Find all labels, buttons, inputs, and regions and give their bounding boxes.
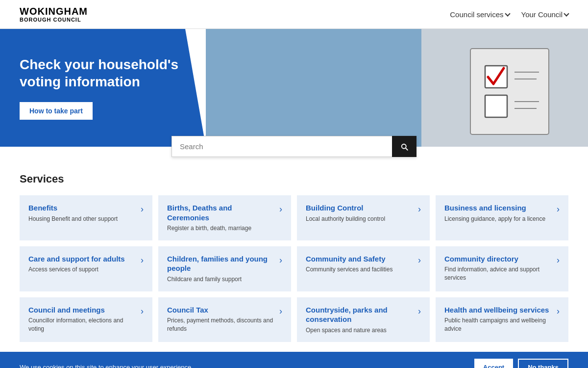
service-card-content: Council TaxPrices, payment methods, disc… bbox=[167, 305, 275, 333]
service-card-content: Countryside, parks and conservationOpen … bbox=[306, 305, 414, 335]
chevron-right-icon: › bbox=[279, 306, 282, 316]
svg-rect-3 bbox=[485, 95, 507, 117]
service-card-desc: Local authority building control bbox=[306, 215, 414, 223]
search-button[interactable] bbox=[392, 136, 416, 157]
service-card-title: Births, Deaths and Ceremonies bbox=[167, 203, 275, 222]
how-to-take-part-button[interactable]: How to take part bbox=[20, 102, 93, 120]
service-card-title: Building Control bbox=[306, 203, 414, 213]
cookie-bar: We use cookies on this site to enhance y… bbox=[0, 352, 588, 368]
svg-rect-1 bbox=[470, 49, 549, 134]
service-card-content: Health and wellbeing servicesPublic heal… bbox=[444, 305, 553, 333]
cookie-buttons: Accept No thanks bbox=[474, 359, 568, 368]
search-input[interactable] bbox=[172, 136, 392, 157]
nav-your-council[interactable]: Your Council bbox=[521, 10, 569, 19]
service-card[interactable]: Births, Deaths and CeremoniesRegister a … bbox=[158, 195, 291, 240]
service-card-title: Community directory bbox=[444, 254, 553, 264]
service-card-desc: Councillor information, elections and vo… bbox=[28, 316, 137, 333]
chevron-down-icon bbox=[564, 11, 569, 16]
service-card-desc: Find information, advice and support ser… bbox=[444, 265, 553, 282]
nav-council-services-label: Council services bbox=[450, 10, 503, 19]
hero-middle-panel bbox=[206, 29, 421, 147]
service-card-title: Countryside, parks and conservation bbox=[306, 305, 414, 324]
chevron-right-icon: › bbox=[418, 204, 421, 214]
service-card-title: Council and meetings bbox=[28, 305, 137, 315]
service-card-desc: Licensing guidance, apply for a licence bbox=[444, 215, 553, 223]
chevron-down-icon bbox=[505, 11, 510, 16]
search-container bbox=[0, 136, 588, 157]
chevron-right-icon: › bbox=[279, 204, 282, 214]
service-card-desc: Access services of support bbox=[28, 265, 137, 274]
service-card-title: Care and support for adults bbox=[28, 254, 137, 264]
chevron-right-icon: › bbox=[141, 306, 144, 316]
service-card[interactable]: Building ControlLocal authority building… bbox=[297, 195, 430, 240]
service-card-desc: Public health campaigns and wellbeing ad… bbox=[444, 316, 553, 333]
service-card-content: Community directoryFind information, adv… bbox=[444, 254, 553, 282]
chevron-right-icon: › bbox=[141, 204, 144, 214]
service-card-content: Children, families and young peopleChild… bbox=[167, 254, 275, 284]
service-card[interactable]: Council and meetingsCouncillor informati… bbox=[20, 297, 152, 342]
chevron-right-icon: › bbox=[557, 306, 560, 316]
logo-top: WOKINGHAM bbox=[20, 6, 88, 17]
services-title: Services bbox=[20, 173, 568, 185]
main-nav: Council services Your Council bbox=[450, 10, 568, 19]
chevron-right-icon: › bbox=[557, 204, 560, 214]
service-card[interactable]: Community and SafetyCommunity services a… bbox=[297, 246, 430, 291]
service-card-desc: Register a birth, death, marriage bbox=[167, 224, 275, 233]
service-card-content: Community and SafetyCommunity services a… bbox=[306, 254, 414, 274]
service-card-desc: Community services and facilities bbox=[306, 265, 414, 274]
nav-your-council-label: Your Council bbox=[521, 10, 563, 19]
service-card-desc: Prices, payment methods, discounts and r… bbox=[167, 316, 275, 333]
logo-bottom: BOROUGH COUNCIL bbox=[20, 17, 88, 23]
hero-banner: Check your household's voting informatio… bbox=[0, 29, 588, 147]
hero-title: Check your household's voting informatio… bbox=[20, 56, 186, 90]
search-box bbox=[172, 136, 416, 157]
service-card-title: Health and wellbeing services bbox=[444, 305, 553, 315]
service-card-content: BenefitsHousing Benefit and other suppor… bbox=[28, 203, 137, 223]
chevron-right-icon: › bbox=[557, 255, 560, 265]
service-card-title: Benefits bbox=[28, 203, 137, 213]
chevron-right-icon: › bbox=[418, 306, 421, 316]
hero-right-panel bbox=[421, 29, 588, 147]
service-card-content: Council and meetingsCouncillor informati… bbox=[28, 305, 137, 333]
service-card[interactable]: Council TaxPrices, payment methods, disc… bbox=[158, 297, 291, 342]
service-card[interactable]: Business and licensingLicensing guidance… bbox=[436, 195, 568, 240]
services-section: Services BenefitsHousing Benefit and oth… bbox=[0, 173, 588, 342]
service-card-title: Community and Safety bbox=[306, 254, 414, 264]
cookie-accept-button[interactable]: Accept bbox=[474, 359, 513, 368]
cookie-more-button[interactable]: No thanks bbox=[518, 359, 568, 368]
services-grid: BenefitsHousing Benefit and other suppor… bbox=[20, 195, 568, 342]
service-card[interactable]: Countryside, parks and conservationOpen … bbox=[297, 297, 430, 342]
service-card-content: Care and support for adultsAccess servic… bbox=[28, 254, 137, 274]
service-card[interactable]: Care and support for adultsAccess servic… bbox=[20, 246, 152, 291]
service-card-desc: Childcare and family support bbox=[167, 275, 275, 284]
hero-left-panel: Check your household's voting informatio… bbox=[0, 29, 206, 147]
logo[interactable]: WOKINGHAM BOROUGH COUNCIL bbox=[20, 6, 88, 23]
service-card[interactable]: Children, families and young peopleChild… bbox=[158, 246, 291, 291]
cookie-text: We use cookies on this site to enhance y… bbox=[20, 364, 191, 368]
service-card-content: Building ControlLocal authority building… bbox=[306, 203, 414, 223]
service-card-title: Children, families and young people bbox=[167, 254, 275, 273]
service-card-desc: Open spaces and nature areas bbox=[306, 326, 414, 335]
service-card-title: Business and licensing bbox=[444, 203, 553, 213]
service-card[interactable]: Community directoryFind information, adv… bbox=[436, 246, 568, 291]
search-icon bbox=[400, 142, 409, 151]
service-card-title: Council Tax bbox=[167, 305, 275, 315]
chevron-right-icon: › bbox=[141, 255, 144, 265]
service-card-content: Business and licensingLicensing guidance… bbox=[444, 203, 553, 223]
nav-council-services[interactable]: Council services bbox=[450, 10, 509, 19]
checkbox-illustration bbox=[441, 39, 578, 142]
service-card-desc: Housing Benefit and other support bbox=[28, 215, 137, 223]
service-card[interactable]: Health and wellbeing servicesPublic heal… bbox=[436, 297, 568, 342]
service-card[interactable]: BenefitsHousing Benefit and other suppor… bbox=[20, 195, 152, 240]
service-card-content: Births, Deaths and CeremoniesRegister a … bbox=[167, 203, 275, 233]
chevron-right-icon: › bbox=[418, 255, 421, 265]
chevron-right-icon: › bbox=[279, 255, 282, 265]
header: WOKINGHAM BOROUGH COUNCIL Council servic… bbox=[0, 0, 588, 29]
